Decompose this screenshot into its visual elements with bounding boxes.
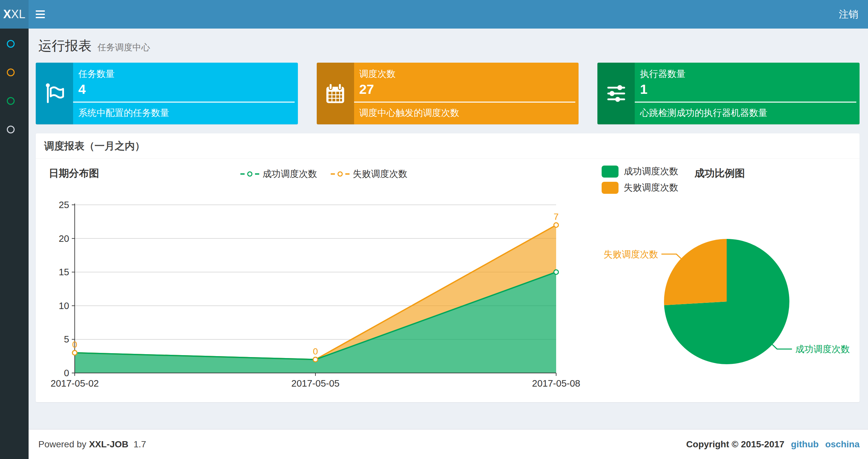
circle-icon (7, 97, 14, 105)
svg-text:25: 25 (59, 200, 69, 210)
line-legend-marker (345, 173, 349, 175)
oschina-link[interactable]: oschina (825, 439, 860, 449)
hamburger-icon (36, 10, 45, 12)
info-box-jobs: 任务数量 4 系统中配置的任务数量 (36, 63, 298, 124)
powered-by: Powered byXXL-JOB 1.7 (38, 439, 149, 450)
svg-text:2017-05-05: 2017-05-05 (291, 378, 339, 389)
divider (73, 102, 294, 103)
svg-text:7: 7 (554, 211, 559, 222)
product-version: 1.7 (133, 439, 146, 449)
svg-text:失败调度次数: 失败调度次数 (603, 249, 658, 259)
success-ratio-pie-chart: 成功调度次数失败调度次数 (599, 196, 863, 394)
info-box-value: 4 (78, 82, 292, 97)
circle-icon (7, 68, 14, 76)
legend-item[interactable]: 成功调度次数 (240, 168, 317, 180)
legend-item[interactable]: 成功调度次数 (601, 165, 678, 177)
legend-label: 成功调度次数 (262, 168, 317, 180)
svg-text:20: 20 (59, 233, 69, 244)
pie-chart-title: 成功比例图 (694, 166, 745, 180)
page-subtitle: 任务调度中心 (97, 41, 150, 53)
divider (635, 102, 856, 103)
product-name: XXL-JOB (89, 439, 128, 449)
sliders-icon (597, 63, 635, 124)
panel-title: 调度报表（一月之内） (44, 139, 145, 153)
circle-icon (7, 126, 14, 133)
svg-text:0: 0 (72, 339, 77, 350)
logout-link[interactable]: 注销 (829, 0, 868, 29)
info-box-label: 调度次数 (359, 68, 573, 80)
svg-text:2017-05-08: 2017-05-08 (532, 378, 580, 389)
svg-text:5: 5 (64, 334, 69, 345)
circle-icon (7, 40, 14, 48)
top-navbar: XXL 注销 (0, 0, 868, 29)
svg-text:0: 0 (313, 347, 318, 356)
logo-bold: X (3, 7, 11, 21)
svg-text:10: 10 (59, 301, 69, 311)
info-box-triggers: 调度次数 27 调度中心触发的调度次数 (317, 63, 579, 124)
info-box-value: 1 (640, 82, 854, 97)
legend-item[interactable]: 失败调度次数 (601, 182, 678, 194)
panel-header: 调度报表（一月之内） (36, 133, 860, 159)
divider (354, 102, 576, 103)
sidebar-item-4[interactable] (7, 126, 17, 135)
info-box-description: 调度中心触发的调度次数 (359, 107, 573, 119)
line-legend-marker (331, 173, 335, 175)
info-box-description: 心跳检测成功的执行器机器数量 (640, 107, 854, 119)
line-legend-marker (255, 173, 259, 175)
info-box-label: 执行器数量 (640, 68, 854, 80)
logo-light: XL (11, 7, 25, 21)
sidebar-menu (0, 29, 29, 459)
legend-swatch (601, 182, 619, 194)
pie-chart-legend: 成功调度次数失败调度次数 (601, 165, 678, 194)
legend-label: 失败调度次数 (624, 182, 678, 194)
line-chart-legend: 成功调度次数失败调度次数 (240, 168, 407, 180)
sidebar-item-3[interactable] (7, 97, 17, 107)
svg-text:0: 0 (64, 368, 69, 378)
calendar-icon (317, 63, 354, 124)
line-legend-marker (247, 171, 252, 176)
github-link[interactable]: github (791, 439, 819, 449)
panel-body: 日期分布图 成功调度次数失败调度次数 05101520252017-05-022… (36, 159, 860, 402)
sidebar-toggle-button[interactable] (29, 0, 52, 29)
sidebar-item-2[interactable] (7, 68, 17, 78)
content-area: 运行报表 任务调度中心 任务数量 4 系统中配置的任务数量 (29, 29, 868, 429)
line-chart-title: 日期分布图 (49, 166, 99, 180)
svg-text:15: 15 (59, 267, 69, 277)
line-legend-marker (338, 171, 343, 176)
flag-icon (36, 63, 73, 124)
info-box-executors: 执行器数量 1 心跳检测成功的执行器机器数量 (597, 63, 860, 124)
page-title: 运行报表 (38, 37, 92, 55)
info-box-row: 任务数量 4 系统中配置的任务数量 (36, 63, 860, 124)
legend-label: 成功调度次数 (624, 165, 678, 177)
svg-text:成功调度次数: 成功调度次数 (795, 344, 850, 354)
legend-swatch (601, 166, 619, 177)
sidebar-item-1[interactable] (7, 40, 17, 50)
svg-text:2017-05-02: 2017-05-02 (51, 378, 99, 389)
copyright: Copyright © 2015-2017githuboschina (686, 439, 860, 450)
info-box-value: 27 (359, 82, 573, 97)
page-footer: Powered byXXL-JOB 1.7 Copyright © 2015-2… (29, 429, 868, 459)
info-box-description: 系统中配置的任务数量 (78, 107, 292, 119)
date-distribution-chart: 05101520252017-05-022017-05-052017-05-08… (45, 196, 591, 394)
app-logo[interactable]: XXL (0, 0, 29, 29)
report-panel: 调度报表（一月之内） 日期分布图 成功调度次数失败调度次数 0510152025… (36, 133, 860, 402)
line-legend-marker (240, 173, 245, 175)
legend-item[interactable]: 失败调度次数 (331, 168, 407, 180)
legend-label: 失败调度次数 (353, 168, 407, 180)
page-header: 运行报表 任务调度中心 (29, 29, 868, 63)
info-box-label: 任务数量 (78, 68, 292, 80)
